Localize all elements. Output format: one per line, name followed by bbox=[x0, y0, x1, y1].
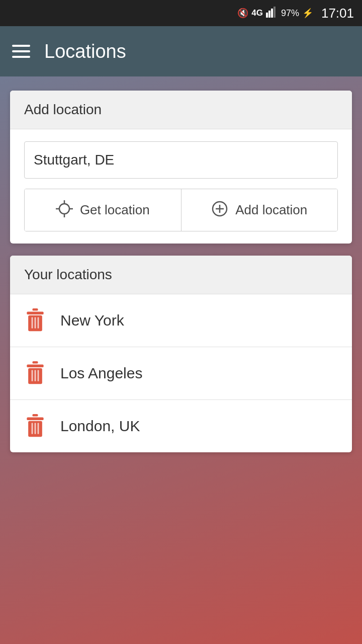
svg-rect-22 bbox=[35, 370, 36, 381]
get-location-button[interactable]: Get location bbox=[25, 189, 182, 231]
trash-icon bbox=[24, 308, 46, 333]
main-content: Add location Get loca bbox=[0, 76, 362, 466]
signal-bars-icon bbox=[266, 7, 278, 20]
location-name: Los Angeles bbox=[60, 365, 142, 382]
location-list: New York Los Angeles bbox=[10, 294, 352, 452]
add-location-label: Add location bbox=[235, 202, 307, 218]
svg-rect-28 bbox=[35, 423, 36, 434]
location-name: London, UK bbox=[60, 418, 140, 435]
hamburger-menu-button[interactable] bbox=[12, 45, 30, 58]
svg-rect-1 bbox=[268, 11, 270, 18]
get-location-label: Get location bbox=[80, 202, 150, 218]
svg-rect-2 bbox=[271, 9, 273, 18]
add-location-card-body: Get location Add location bbox=[10, 129, 352, 244]
svg-rect-24 bbox=[32, 414, 38, 417]
svg-rect-16 bbox=[35, 317, 36, 329]
svg-rect-18 bbox=[32, 361, 38, 364]
signal-icons: 🔇 4G 97% ⚡ bbox=[237, 7, 313, 20]
svg-rect-13 bbox=[27, 311, 43, 314]
your-locations-card-header: Your locations bbox=[10, 256, 352, 294]
battery-label: 97% bbox=[281, 8, 299, 19]
add-location-button[interactable]: Add location bbox=[182, 189, 338, 231]
location-input[interactable] bbox=[24, 141, 338, 179]
your-locations-header-label: Your locations bbox=[24, 267, 112, 282]
status-bar: 🔇 4G 97% ⚡ 17:01 bbox=[0, 0, 362, 26]
svg-rect-27 bbox=[32, 423, 33, 434]
action-buttons-row: Get location Add location bbox=[24, 189, 338, 231]
location-name: New York bbox=[60, 312, 124, 329]
network-type-label: 4G bbox=[251, 8, 263, 18]
svg-rect-0 bbox=[266, 13, 268, 18]
svg-rect-19 bbox=[27, 364, 43, 367]
crosshair-icon bbox=[56, 200, 73, 220]
add-location-header-label: Add location bbox=[24, 102, 102, 117]
your-locations-card: Your locations New York bbox=[10, 256, 352, 452]
location-list-item[interactable]: London, UK bbox=[10, 400, 352, 452]
svg-rect-21 bbox=[32, 370, 33, 381]
app-bar: Locations bbox=[0, 26, 362, 76]
location-list-item[interactable]: New York bbox=[10, 294, 352, 347]
add-location-card-header: Add location bbox=[10, 91, 352, 129]
svg-rect-3 bbox=[274, 7, 276, 18]
location-list-item[interactable]: Los Angeles bbox=[10, 347, 352, 400]
svg-rect-15 bbox=[32, 317, 33, 329]
time-label: 17:01 bbox=[321, 6, 354, 21]
trash-icon bbox=[24, 361, 46, 385]
plus-circle-icon bbox=[211, 200, 228, 220]
svg-rect-12 bbox=[32, 308, 38, 311]
charging-icon: ⚡ bbox=[302, 8, 313, 19]
add-location-card: Add location Get loca bbox=[10, 91, 352, 244]
svg-rect-23 bbox=[38, 370, 39, 381]
svg-rect-29 bbox=[38, 423, 39, 434]
trash-icon bbox=[24, 414, 46, 438]
svg-rect-17 bbox=[38, 317, 39, 329]
svg-rect-25 bbox=[27, 417, 43, 420]
svg-point-4 bbox=[59, 204, 69, 214]
mute-icon: 🔇 bbox=[237, 8, 248, 19]
page-title: Locations bbox=[44, 41, 126, 62]
